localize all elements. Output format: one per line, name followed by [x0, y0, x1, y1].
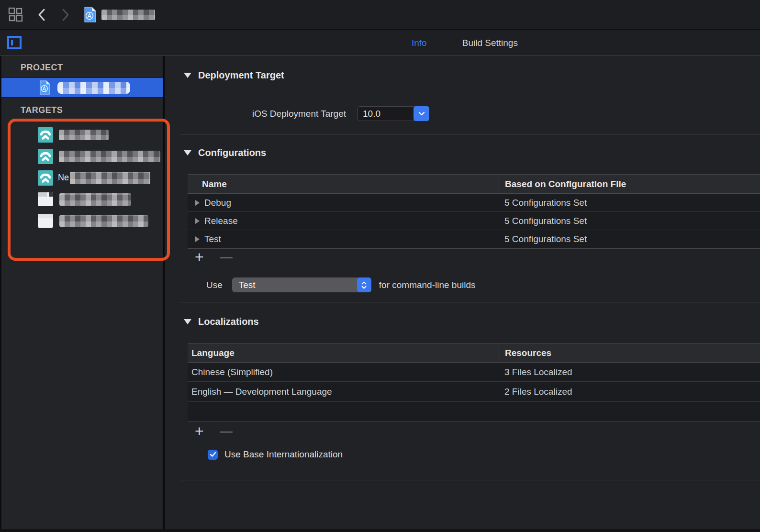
disclosure-right-icon[interactable]: [195, 200, 200, 206]
table-row[interactable]: Test 5 Configurations Set: [188, 230, 760, 248]
redacted-project-name: [57, 82, 130, 94]
target-item[interactable]: [1, 188, 163, 210]
disclosure-down-icon[interactable]: [184, 319, 191, 324]
table-row[interactable]: Chinese (Simplified) 3 Files Localized: [188, 363, 760, 382]
base-internationalization-row: Use Base Internationalization: [208, 449, 343, 460]
tab-build-settings[interactable]: Build Settings: [462, 38, 518, 48]
localizations-table: Language Resources Chinese (Simplified) …: [188, 343, 760, 421]
add-configuration-button[interactable]: +: [195, 251, 204, 263]
project-info-editor: Deployment Target iOS Deployment Target …: [165, 56, 760, 532]
disclosure-down-icon[interactable]: [184, 150, 191, 155]
targets-section-header: TARGETS: [1, 98, 163, 120]
column-name[interactable]: Name: [188, 179, 227, 189]
configuration-based-on: 5 Configurations Set: [499, 198, 587, 208]
table-header-row: Name Based on Configuration File: [188, 175, 760, 194]
configurations-table: Name Based on Configuration File Debug 5…: [188, 174, 760, 249]
back-button[interactable]: [35, 8, 48, 22]
tab-overview-icon[interactable]: [8, 7, 24, 23]
section-title-label: Configurations: [198, 147, 266, 158]
target-item[interactable]: [1, 210, 163, 232]
remove-localization-button[interactable]: —: [220, 425, 233, 437]
chevron-up-down-icon[interactable]: [357, 277, 371, 292]
disclosure-down-icon[interactable]: [184, 73, 191, 78]
tab-info[interactable]: Info: [412, 38, 427, 48]
combobox-value: 10.0: [363, 109, 380, 119]
project-section-header: PROJECT: [1, 56, 163, 78]
disclosure-right-icon[interactable]: [195, 236, 200, 242]
redacted-target-name: [59, 193, 131, 206]
ios-deployment-target-label: iOS Deployment Target: [165, 109, 346, 119]
section-separator: [180, 480, 760, 480]
section-configurations[interactable]: Configurations: [184, 147, 266, 158]
command-line-builds-row: Use Test for command-line builds: [165, 277, 476, 292]
project-pane-toggle-icon[interactable]: [7, 35, 22, 50]
target-item[interactable]: [1, 124, 163, 145]
add-localization-button[interactable]: +: [195, 425, 204, 437]
section-separator: [180, 302, 760, 302]
section-title-label: Localizations: [198, 316, 259, 327]
app-target-icon: [38, 127, 53, 143]
disclosure-right-icon[interactable]: [195, 218, 200, 224]
language-name: English — Development Language: [188, 387, 332, 397]
language-resources: 3 Files Localized: [499, 367, 572, 377]
forward-button[interactable]: [59, 8, 72, 22]
configuration-name: Debug: [204, 198, 231, 208]
window-bottom-edge: [0, 529, 760, 532]
table-row[interactable]: Release 5 Configurations Set: [188, 212, 760, 230]
chevron-down-icon[interactable]: [414, 106, 429, 121]
bundle-target-icon: [38, 192, 53, 206]
ios-deployment-target-combobox[interactable]: 10.0: [358, 106, 429, 121]
use-base-internationalization-checkbox[interactable]: [208, 450, 218, 460]
target-name-prefix: Ne: [58, 173, 69, 183]
redacted-target-name: [59, 151, 160, 162]
use-label: Use: [206, 280, 223, 290]
editor-tabs: Info Build Settings: [412, 30, 518, 55]
deployment-target-field: iOS Deployment Target 10.0: [165, 106, 429, 121]
configurations-add-remove: + —: [195, 251, 233, 263]
table-empty-area: [188, 402, 760, 421]
configuration-name: Test: [204, 234, 221, 244]
target-item[interactable]: Ne: [1, 167, 163, 188]
project-file-icon: [39, 80, 51, 95]
target-item[interactable]: [1, 145, 163, 167]
redacted-target-name: [59, 130, 109, 140]
column-based-on[interactable]: Based on Configuration File: [499, 179, 626, 189]
redacted-document-title: [101, 10, 155, 20]
language-name: Chinese (Simplified): [188, 367, 273, 377]
toolbar: [0, 0, 760, 30]
project-item[interactable]: [1, 78, 163, 98]
configuration-based-on: 5 Configurations Set: [499, 216, 587, 226]
column-language[interactable]: Language: [188, 348, 235, 358]
popup-value: Test: [239, 280, 256, 290]
table-row[interactable]: Debug 5 Configurations Set: [188, 194, 760, 212]
main-area: PROJECT TARGETS: [0, 56, 760, 532]
localizations-add-remove: + —: [195, 425, 233, 437]
editor-tab-bar: Info Build Settings: [0, 30, 760, 55]
configuration-based-on: 5 Configurations Set: [499, 234, 587, 244]
section-localizations[interactable]: Localizations: [184, 316, 259, 327]
use-base-internationalization-label: Use Base Internationalization: [224, 449, 343, 460]
command-line-configuration-popup[interactable]: Test: [232, 277, 371, 292]
table-row[interactable]: English — Development Language 2 Files L…: [188, 382, 760, 402]
language-resources: 2 Files Localized: [499, 387, 572, 397]
column-resources[interactable]: Resources: [499, 348, 551, 358]
section-deployment-target[interactable]: Deployment Target: [184, 70, 284, 81]
app-target-icon: [38, 149, 53, 164]
app-target-icon: [38, 170, 53, 186]
configuration-name: Release: [204, 216, 238, 226]
table-header-row: Language Resources: [188, 344, 760, 363]
project-targets-sidebar: PROJECT TARGETS: [0, 56, 163, 532]
section-separator: [180, 134, 760, 134]
command-line-builds-label: for command-line builds: [379, 280, 476, 290]
redacted-target-name: [59, 215, 148, 227]
remove-configuration-button[interactable]: —: [220, 251, 233, 263]
redacted-target-name: [70, 172, 150, 184]
bundle-target-icon: [38, 214, 53, 228]
section-title-label: Deployment Target: [198, 70, 284, 81]
project-file-icon: [83, 7, 97, 23]
